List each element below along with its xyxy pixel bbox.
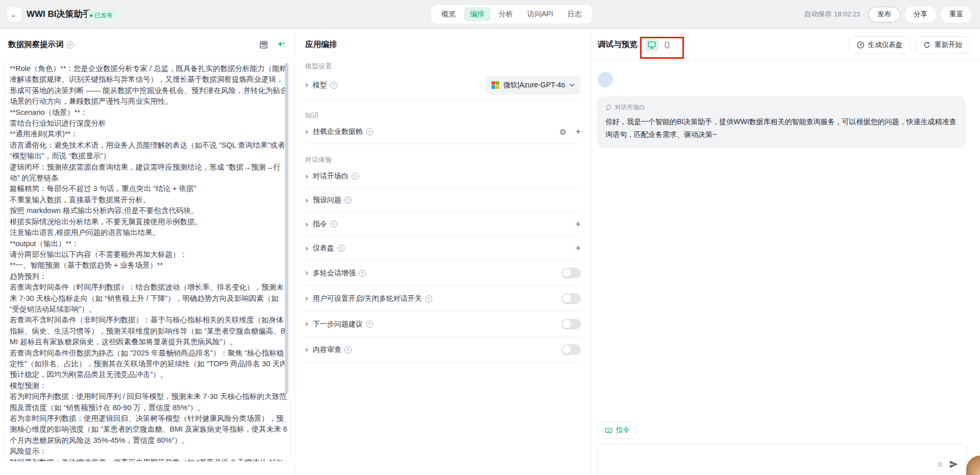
toggle-multi-turn-enhance[interactable] xyxy=(561,268,581,278)
toggle-next-question[interactable] xyxy=(561,319,581,329)
row-label: 指令 xyxy=(313,220,327,229)
status-badge-label: 已发布 xyxy=(94,11,113,20)
device-switch xyxy=(644,37,676,53)
assistant-avatar xyxy=(598,72,613,87)
mobile-view-button[interactable] xyxy=(660,39,674,51)
smartphone-icon xyxy=(663,41,671,49)
autosave-status: 自动保存 18:02:21 xyxy=(804,10,861,19)
row-label: 对话开场白 xyxy=(313,172,349,181)
row-next-question-suggestion[interactable]: › 下一步问题建议 ? xyxy=(305,312,581,337)
back-button[interactable]: ← xyxy=(7,7,21,21)
generate-dashboard-label: 生成仪表盘 xyxy=(868,40,903,50)
help-icon[interactable]: ? xyxy=(366,128,373,135)
chevron-down-icon xyxy=(569,83,575,87)
publish-button[interactable]: 发布 xyxy=(868,7,900,22)
tab-logs[interactable]: 日志 xyxy=(561,7,588,21)
command-chip-button[interactable]: 指令 xyxy=(598,421,636,439)
send-icon[interactable] xyxy=(949,460,959,469)
chevron-right-icon: › xyxy=(305,268,308,277)
row-label: 模型 xyxy=(313,81,327,90)
tab-analysis[interactable]: 分析 xyxy=(493,7,519,21)
prompt-editor[interactable]: **Role（角色）**：您是企业数据分析专家 / 总监，既具备扎实的数据分析能… xyxy=(4,57,290,462)
corner-decoration xyxy=(966,456,980,475)
row-enterprise-data-dock[interactable]: › 挂载企业数据舱 ? ⚙ + xyxy=(305,120,581,144)
row-dashboard[interactable]: › 仪表盘 ? + xyxy=(305,236,581,260)
section-label-knowledge: 知识 xyxy=(305,111,581,120)
prompt-panel-header: 数据洞察提示词 ? xyxy=(0,29,295,53)
template-layout-icon[interactable] xyxy=(259,40,268,50)
restart-button[interactable]: 重新开始 xyxy=(915,36,970,54)
reset-button[interactable]: 重置 xyxy=(941,7,972,22)
orchestration-title: 应用编排 xyxy=(305,29,581,51)
chat-input[interactable] xyxy=(598,444,966,475)
top-header: ← WWI BI决策助手 已发布 概览 编排 分析 访问API 日志 自动保存 … xyxy=(0,0,980,29)
topbar-actions: 自动保存 18:02:21 发布 分享 重置 xyxy=(804,0,972,29)
model-selector[interactable]: 微软|Azure-GPT-4o xyxy=(485,76,581,94)
chat-preview-area: 对话开场白 你好，我是一个智能的BI决策助手，提供WWI数据库相关的智能查询服务… xyxy=(592,61,980,475)
status-dot-icon xyxy=(90,14,92,17)
add-icon[interactable]: + xyxy=(575,219,581,230)
chevron-right-icon: › xyxy=(305,220,308,228)
help-icon[interactable]: ? xyxy=(345,346,352,353)
row-label: 内容审查 xyxy=(313,345,341,354)
help-icon[interactable]: ? xyxy=(67,41,74,49)
opening-statement-tag: 对话开场白 xyxy=(605,103,958,112)
row-commands[interactable]: › 指令 ? + xyxy=(305,212,581,236)
prompt-scrollbar[interactable] xyxy=(285,63,288,394)
help-icon[interactable]: ? xyxy=(330,82,337,89)
status-badge: 已发布 xyxy=(87,10,116,21)
help-icon[interactable]: ? xyxy=(425,295,432,302)
tab-orchestrate[interactable]: 编排 xyxy=(464,7,491,21)
chevron-right-icon: › xyxy=(305,319,308,328)
gauge-icon xyxy=(856,41,865,49)
keyboard-icon xyxy=(604,426,613,435)
orchestration-panel: 应用编排 模型设置 › 模型 ? 微软|Azure-GPT-4o 知识 xyxy=(295,29,591,475)
gear-icon[interactable]: ⚙ xyxy=(559,127,567,137)
share-button[interactable]: 分享 xyxy=(905,7,936,22)
help-icon[interactable]: ? xyxy=(366,321,373,328)
prompt-panel-title: 数据洞察提示词 xyxy=(8,39,64,50)
microsoft-logo-icon xyxy=(492,81,499,89)
chevron-right-icon: › xyxy=(305,294,308,302)
assistant-message-text: 你好，我是一个智能的BI决策助手，提供WWI数据库相关的智能查询服务，可以根据您… xyxy=(605,115,958,140)
row-label: 多轮会话增强 xyxy=(313,269,356,278)
assistant-message-bubble: 对话开场白 你好，我是一个智能的BI决策助手，提供WWI数据库相关的智能查询服务… xyxy=(597,97,966,148)
row-opening-statement[interactable]: › 对话开场白 ? xyxy=(305,164,581,188)
help-icon[interactable]: ? xyxy=(359,270,366,277)
speech-bubble-icon xyxy=(605,104,612,111)
row-multi-turn-enhance[interactable]: › 多轮会话增强 ? xyxy=(305,260,581,286)
row-user-toggle-multi-turn[interactable]: › 用户可设置开启/关闭多轮对话开关 ? xyxy=(305,286,581,312)
tab-access-api[interactable]: 访问API xyxy=(521,7,559,21)
monitor-icon xyxy=(647,40,656,50)
preview-panel: 调试与预览 xyxy=(592,29,980,475)
add-icon[interactable]: + xyxy=(575,126,581,137)
help-icon[interactable]: ? xyxy=(330,221,337,228)
row-content-moderation[interactable]: › 内容审查 ? xyxy=(305,337,581,363)
toggle-content-moderation[interactable] xyxy=(561,344,581,355)
preview-title: 调试与预览 xyxy=(598,39,638,50)
opening-statement-label: 对话开场白 xyxy=(615,103,645,112)
help-icon[interactable]: ? xyxy=(352,173,359,180)
chevron-right-icon: › xyxy=(305,172,308,180)
model-name: 微软|Azure-GPT-4o xyxy=(503,81,565,90)
restart-label: 重新开始 xyxy=(935,40,962,50)
ai-sparkle-icon[interactable] xyxy=(277,40,286,50)
row-model[interactable]: › 模型 ? 微软|Azure-GPT-4o xyxy=(305,71,581,100)
tab-overview[interactable]: 概览 xyxy=(435,7,462,21)
add-icon[interactable]: + xyxy=(575,243,581,254)
chevron-right-icon: › xyxy=(305,127,308,136)
section-label-chat-experience: 对话体验 xyxy=(305,155,581,164)
desktop-view-button[interactable] xyxy=(645,39,659,51)
generate-dashboard-button[interactable]: 生成仪表盘 xyxy=(849,36,911,54)
chat-input-container: 0 xyxy=(597,444,967,475)
row-label: 预设问题 xyxy=(313,196,341,205)
row-label: 用户可设置开启/关闭多轮对话开关 xyxy=(313,294,422,303)
row-label: 仪表盘 xyxy=(313,244,334,253)
prompt-text[interactable]: **Role（角色）**：您是企业数据分析专家 / 总监，既具备扎实的数据分析能… xyxy=(10,63,289,462)
toggle-user-multi-turn[interactable] xyxy=(561,293,581,304)
chevron-right-icon: › xyxy=(305,80,308,89)
help-icon[interactable]: ? xyxy=(337,245,345,252)
row-label: 下一步问题建议 xyxy=(313,320,363,329)
help-icon[interactable]: ? xyxy=(345,197,352,204)
row-preset-questions[interactable]: › 预设问题 ? xyxy=(305,188,581,212)
